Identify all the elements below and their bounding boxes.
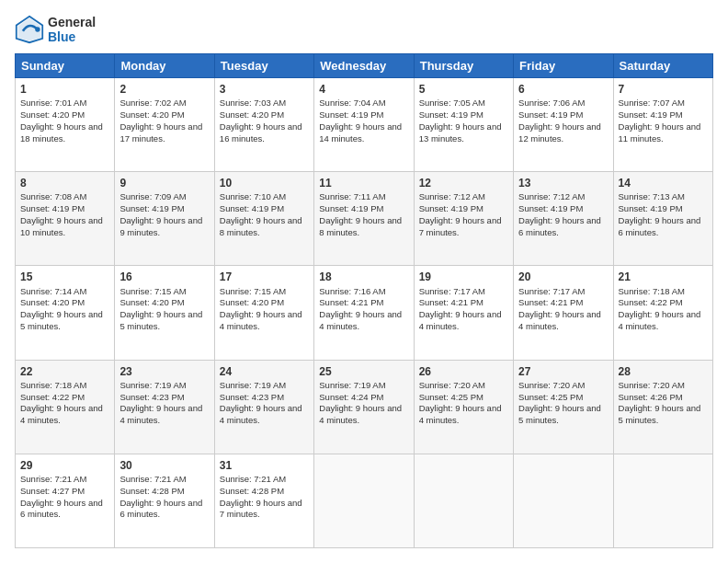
logo-text: General Blue [48,15,96,44]
day-number: 24 [220,364,309,379]
sunrise: Sunrise: 7:11 AM [319,191,385,201]
daylight: Daylight: 9 hours and 13 minutes. [419,121,502,144]
sunrise: Sunrise: 7:21 AM [20,474,86,484]
sunrise: Sunrise: 7:19 AM [220,380,286,390]
daylight: Daylight: 9 hours and 14 minutes. [319,121,402,144]
day-number: 3 [220,82,309,97]
calendar-cell: 9Sunrise: 7:09 AMSunset: 4:19 PMDaylight… [115,172,214,266]
sunrise: Sunrise: 7:21 AM [220,474,286,484]
daylight: Daylight: 9 hours and 6 minutes. [20,498,103,520]
sunset: Sunset: 4:21 PM [518,297,583,307]
daylight: Daylight: 9 hours and 4 minutes. [518,309,601,331]
day-number: 6 [518,82,608,97]
sunrise: Sunrise: 7:13 AM [619,191,685,201]
calendar-cell: 11Sunrise: 7:11 AMSunset: 4:19 PMDayligh… [314,172,414,266]
header: General Blue [15,15,713,44]
day-number: 23 [119,364,209,379]
day-number: 21 [619,270,708,284]
sunset: Sunset: 4:27 PM [20,486,85,496]
day-number: 10 [220,176,309,190]
daylight: Daylight: 9 hours and 5 minutes. [119,309,202,331]
calendar-cell: 19Sunrise: 7:17 AMSunset: 4:21 PMDayligh… [414,266,513,360]
sunset: Sunset: 4:23 PM [220,392,284,402]
calendar-cell: 8Sunrise: 7:08 AMSunset: 4:19 PMDaylight… [16,172,115,266]
sunrise: Sunrise: 7:19 AM [319,380,385,390]
daylight: Daylight: 9 hours and 5 minutes. [20,309,103,331]
calendar-cell: 26Sunrise: 7:20 AMSunset: 4:25 PMDayligh… [414,360,513,454]
sunset: Sunset: 4:20 PM [20,109,85,120]
day-number: 18 [319,270,408,284]
calendar-cell: 25Sunrise: 7:19 AMSunset: 4:24 PMDayligh… [314,360,414,454]
sunrise: Sunrise: 7:18 AM [619,286,685,296]
sunset: Sunset: 4:19 PM [319,109,383,120]
calendar-cell: 14Sunrise: 7:13 AMSunset: 4:19 PMDayligh… [613,172,712,266]
day-number: 29 [20,458,109,473]
sunrise: Sunrise: 7:20 AM [419,380,485,390]
calendar-cell: 16Sunrise: 7:15 AMSunset: 4:20 PMDayligh… [115,266,214,360]
daylight: Daylight: 9 hours and 11 minutes. [619,121,701,144]
sunset: Sunset: 4:22 PM [20,392,85,402]
sunrise: Sunrise: 7:06 AM [518,98,585,108]
calendar-cell: 22Sunrise: 7:18 AMSunset: 4:22 PMDayligh… [16,360,115,454]
sunrise: Sunrise: 7:09 AM [119,191,186,201]
calendar-cell: 10Sunrise: 7:10 AMSunset: 4:19 PMDayligh… [214,172,313,266]
calendar-cell: 18Sunrise: 7:16 AMSunset: 4:21 PMDayligh… [314,266,414,360]
day-number: 30 [119,458,209,473]
day-number: 19 [419,270,508,284]
daylight: Daylight: 9 hours and 4 minutes. [319,403,402,425]
sunrise: Sunrise: 7:04 AM [319,98,385,108]
sunset: Sunset: 4:25 PM [419,392,483,402]
sunrise: Sunrise: 7:15 AM [220,286,286,296]
daylight: Daylight: 9 hours and 16 minutes. [220,121,302,144]
sunrise: Sunrise: 7:18 AM [20,380,86,390]
sunset: Sunset: 4:20 PM [220,297,284,307]
calendar-cell [514,454,613,547]
sunset: Sunset: 4:19 PM [619,203,683,213]
sunset: Sunset: 4:19 PM [319,203,383,213]
sunrise: Sunrise: 7:10 AM [220,191,286,201]
daylight: Daylight: 9 hours and 4 minutes. [419,309,502,331]
day-number: 7 [619,82,708,97]
calendar-cell: 15Sunrise: 7:14 AMSunset: 4:20 PMDayligh… [16,266,115,360]
sunset: Sunset: 4:20 PM [20,297,85,307]
sunset: Sunset: 4:19 PM [419,109,483,120]
daylight: Daylight: 9 hours and 9 minutes. [119,215,202,237]
calendar-cell: 7Sunrise: 7:07 AMSunset: 4:19 PMDaylight… [613,78,712,172]
sunrise: Sunrise: 7:02 AM [119,98,186,108]
sunset: Sunset: 4:28 PM [220,486,284,496]
sunrise: Sunrise: 7:14 AM [20,286,86,296]
calendar-cell: 29Sunrise: 7:21 AMSunset: 4:27 PMDayligh… [16,454,115,547]
calendar-cell [414,454,513,547]
sunset: Sunset: 4:21 PM [419,297,483,307]
sunset: Sunset: 4:20 PM [119,109,184,120]
daylight: Daylight: 9 hours and 12 minutes. [518,121,601,144]
daylight: Daylight: 9 hours and 5 minutes. [619,403,701,425]
calendar-cell [613,454,712,547]
day-header-wednesday: Wednesday [314,54,414,78]
sunset: Sunset: 4:20 PM [220,109,284,120]
daylight: Daylight: 9 hours and 4 minutes. [119,403,202,425]
calendar-cell: 30Sunrise: 7:21 AMSunset: 4:28 PMDayligh… [115,454,214,547]
day-number: 2 [119,82,209,97]
day-number: 27 [518,364,608,379]
daylight: Daylight: 9 hours and 4 minutes. [619,309,701,331]
day-number: 4 [319,82,408,97]
daylight: Daylight: 9 hours and 6 minutes. [619,215,701,237]
sunrise: Sunrise: 7:20 AM [619,380,685,390]
daylight: Daylight: 9 hours and 4 minutes. [220,403,302,425]
calendar-table: SundayMondayTuesdayWednesdayThursdayFrid… [15,53,713,548]
logo-icon [15,15,44,44]
sunset: Sunset: 4:19 PM [20,203,85,213]
sunrise: Sunrise: 7:20 AM [518,380,585,390]
day-number: 8 [20,176,109,190]
logo: General Blue [15,15,96,44]
day-number: 15 [20,270,109,284]
day-number: 16 [119,270,209,284]
day-header-friday: Friday [514,54,613,78]
daylight: Daylight: 9 hours and 7 minutes. [419,215,502,237]
calendar-cell: 17Sunrise: 7:15 AMSunset: 4:20 PMDayligh… [214,266,313,360]
day-number: 25 [319,364,408,379]
week-row-2: 8Sunrise: 7:08 AMSunset: 4:19 PMDaylight… [16,172,713,266]
day-number: 22 [20,364,109,379]
calendar-cell: 28Sunrise: 7:20 AMSunset: 4:26 PMDayligh… [613,360,712,454]
